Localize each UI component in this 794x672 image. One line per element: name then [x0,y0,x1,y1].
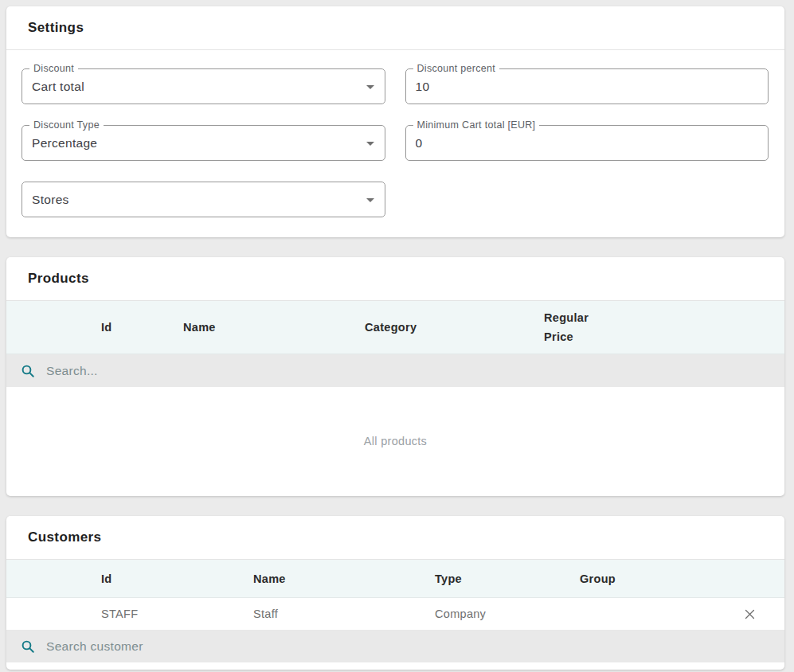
discount-percent-input[interactable] [416,80,737,94]
close-icon [743,608,757,621]
customer-cell-name: Staff [253,608,435,620]
products-card-header: Products [6,257,784,301]
stores-select-value: Stores [32,193,69,207]
products-title: Products [28,271,89,287]
products-search-row [6,354,784,387]
products-search-input[interactable] [46,364,770,378]
customers-col-name: Name [253,572,435,585]
chevron-down-icon [366,198,374,202]
customers-title: Customers [28,529,101,545]
discount-select-value: Cart total [32,80,84,94]
settings-card: Settings Discount Cart total Discount pe… [6,6,784,237]
form-spacer [405,182,769,217]
products-table-header: Id Name Category Regular Price [6,301,784,354]
settings-card-header: Settings [6,6,784,50]
search-icon [21,364,35,378]
customers-col-id: Id [101,572,253,585]
minimum-cart-total-input[interactable] [416,136,737,150]
discount-select[interactable]: Discount Cart total [22,68,385,104]
customer-table-row: STAFF Staff Company [6,598,784,630]
products-card: Products Id Name Category Regular Price … [6,257,784,496]
stores-select[interactable]: Stores [22,182,385,217]
minimum-cart-total-field[interactable]: Minimum Cart total [EUR] [405,125,769,161]
discount-select-label: Discount [29,62,78,75]
remove-customer-button[interactable] [714,598,784,630]
customers-card: Customers Id Name Type Group STAFF Staff… [6,516,784,670]
chevron-down-icon [366,85,374,89]
products-col-id: Id [101,321,183,334]
settings-form: Discount Cart total Discount percent Dis… [6,50,784,217]
products-col-category: Category [365,321,544,334]
customers-table-header: Id Name Type Group [6,560,784,598]
discount-percent-label: Discount percent [413,62,500,75]
discount-type-select-label: Discount Type [29,119,104,131]
page: Settings Discount Cart total Discount pe… [0,0,794,670]
products-empty-message: All products [6,387,784,494]
customers-search-input[interactable] [46,639,770,654]
customer-cell-type: Company [435,608,580,620]
search-icon [21,639,35,654]
discount-percent-field[interactable]: Discount percent [405,68,769,104]
products-col-regular-price: Regular Price [544,308,784,346]
discount-type-select-value: Percentage [32,136,97,150]
customers-search-row [6,630,784,662]
customer-cell-id: STAFF [101,608,253,620]
minimum-cart-total-label: Minimum Cart total [EUR] [413,119,540,131]
discount-type-select[interactable]: Discount Type Percentage [22,125,385,161]
customers-col-group: Group [580,572,714,585]
chevron-down-icon [366,142,374,146]
settings-title: Settings [28,20,84,36]
customers-card-header: Customers [6,516,784,560]
customers-col-type: Type [435,572,580,585]
products-col-name: Name [183,321,365,334]
